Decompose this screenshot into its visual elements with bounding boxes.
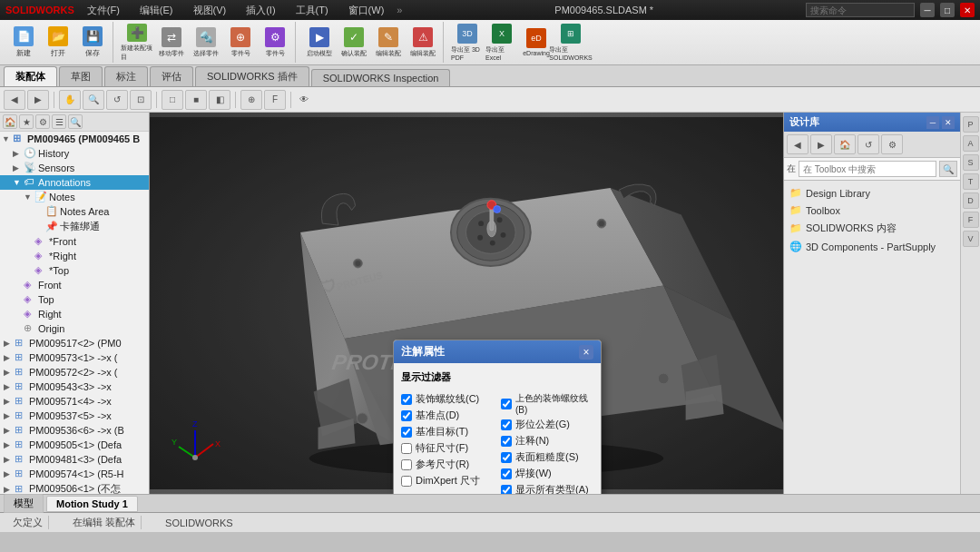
move-component-button[interactable]: ⇄ 移动零件: [155, 24, 188, 62]
annotation-close-button[interactable]: ×: [579, 345, 593, 360]
t2-zoom[interactable]: 🔍: [83, 90, 104, 110]
tree-item-sensors[interactable]: ▶ 📡 Sensors: [0, 161, 149, 175]
tree-item-right-star[interactable]: ▶ ◈ *Right: [0, 249, 149, 263]
rp-item-sw-content[interactable]: 📁 SOLIDWORKS 内容: [786, 219, 958, 238]
strip-btn-3[interactable]: S: [963, 154, 979, 171]
btab-model[interactable]: 模型: [4, 494, 44, 513]
t2-view-front[interactable]: F: [264, 90, 286, 110]
tree-item-p6[interactable]: ▶ ⊞ PM009537<5> ->x: [0, 409, 149, 423]
rp-btn-forward[interactable]: ▶: [810, 134, 832, 154]
tree-item-p9[interactable]: ▶ ⊞ PM009481<3> (Defa: [0, 452, 149, 467]
tree-item-p2[interactable]: ▶ ⊞ PM009573<1> ->x (: [0, 350, 149, 365]
confirm-button[interactable]: ✓ 确认装配: [338, 24, 370, 62]
tree-item-top-star[interactable]: ▶ ◈ *Top: [0, 263, 149, 278]
editor-button[interactable]: ✎ 编辑装配: [372, 24, 405, 62]
rp-btn-home[interactable]: 🏠: [834, 134, 856, 154]
excel-button[interactable]: X 导出至 Excel: [485, 24, 518, 62]
3d-viewport[interactable]: PROTEUS 🛡 PROTEUS X Y Z: [150, 113, 783, 494]
t2-standard-views[interactable]: ⊕: [240, 90, 262, 110]
cb-ref-dim[interactable]: [401, 459, 412, 470]
tab-sketch[interactable]: 草图: [59, 66, 103, 86]
tree-item-p1[interactable]: ▶ ⊞ PM009517<2> (PM0: [0, 336, 149, 350]
inspection-button[interactable]: ⊞ 导出至 SOLIDWORKS: [554, 24, 587, 62]
menu-tools[interactable]: 工具(T): [289, 2, 336, 19]
save-button[interactable]: 💾 保存: [76, 24, 109, 62]
menu-view[interactable]: 视图(V): [186, 2, 234, 19]
design-library-search[interactable]: [799, 161, 936, 177]
check-button[interactable]: ⚠ 编辑装配: [407, 24, 439, 62]
tree-item-annotations[interactable]: ▼ 🏷 Annotations: [0, 175, 149, 190]
simulate-button[interactable]: ▶ 启动模型: [303, 24, 336, 62]
t2-wireframe[interactable]: □: [162, 90, 183, 110]
tree-icon-4[interactable]: ☰: [52, 114, 66, 129]
right-panel-minimize[interactable]: ─: [926, 116, 939, 129]
edrawing-button[interactable]: eD eDrawing: [520, 24, 553, 62]
tree-item-p3[interactable]: ▶ ⊞ PM009572<2> ->x (: [0, 365, 149, 380]
tree-item-p8[interactable]: ▶ ⊞ PM009505<1> (Defa: [0, 438, 149, 452]
tab-annotation[interactable]: 标注: [104, 66, 148, 86]
cb-colored-thread[interactable]: [501, 399, 512, 409]
cb-gd-t[interactable]: [501, 419, 512, 430]
tree-item-notesarea[interactable]: ▶ 📋 Notes Area: [0, 204, 149, 219]
new-button[interactable]: 📄 新建: [7, 24, 40, 62]
strip-btn-7[interactable]: V: [963, 231, 979, 247]
strip-btn-1[interactable]: P: [963, 116, 979, 133]
export3d-button[interactable]: 3D 导出至 3D PDF: [451, 24, 484, 62]
strip-btn-6[interactable]: F: [963, 212, 979, 228]
tab-assembly[interactable]: 装配体: [4, 66, 57, 86]
rp-item-design-library[interactable]: 📁 Design Library: [786, 184, 958, 202]
tree-icon-1[interactable]: 🏠: [3, 114, 17, 129]
cb-thread[interactable]: [401, 394, 412, 405]
tab-evaluate[interactable]: 评估: [150, 66, 193, 86]
tree-item-p11[interactable]: ▶ ⊞ PM009506<1> (不怎: [0, 481, 149, 494]
cb-feature-dim[interactable]: [401, 443, 412, 454]
open-button[interactable]: 📂 打开: [42, 24, 74, 62]
menu-insert[interactable]: 插入(I): [239, 2, 282, 19]
btab-motion-study[interactable]: Motion Study 1: [46, 496, 138, 512]
tree-icon-5[interactable]: 🔍: [68, 114, 83, 129]
cb-weld[interactable]: [501, 468, 512, 479]
t2-shaded[interactable]: ■: [185, 90, 207, 110]
rp-btn-refresh[interactable]: ↺: [858, 134, 879, 154]
t2-btn-1[interactable]: ◀: [4, 90, 25, 110]
tree-root[interactable]: ▼ ⊞ PM009465 (PM009465 B: [0, 132, 149, 146]
tree-item-top[interactable]: ▶ ◈ Top: [0, 292, 149, 307]
menu-file[interactable]: 文件(F): [80, 2, 127, 19]
t2-rotate[interactable]: ↺: [106, 90, 128, 110]
cb-show-all[interactable]: [501, 485, 512, 495]
tree-item-front[interactable]: ▶ ◈ Front: [0, 278, 149, 292]
cb-datum-target[interactable]: [401, 427, 412, 438]
tree-icon-3[interactable]: ⚙: [35, 114, 50, 129]
strip-btn-2[interactable]: A: [963, 135, 979, 152]
menu-window[interactable]: 窗口(W): [341, 2, 392, 19]
add-component-button[interactable]: ➕ 新建装配项目: [121, 24, 153, 62]
minimize-button[interactable]: ─: [920, 3, 935, 17]
rp-btn-back[interactable]: ◀: [787, 134, 808, 154]
tree-item-front-star[interactable]: ▶ ◈ *Front: [0, 234, 149, 249]
rp-item-toolbox[interactable]: 📁 Toolbox: [786, 202, 958, 219]
tree-item-right[interactable]: ▶ ◈ Right: [0, 307, 149, 321]
menu-edit[interactable]: 编辑(E): [132, 2, 181, 19]
close-button[interactable]: ✕: [960, 3, 975, 17]
maximize-button[interactable]: □: [940, 3, 955, 17]
tree-item-note1[interactable]: ▶ 📌 卡箍绑通: [0, 219, 149, 234]
strip-btn-4[interactable]: T: [963, 173, 979, 190]
rp-item-3d-components[interactable]: 🌐 3D Components - PartSupply: [786, 238, 958, 255]
tab-solidworks-plugins[interactable]: SOLIDWORKS 插件: [195, 66, 309, 86]
tree-item-notes[interactable]: ▼ 📝 Notes: [0, 190, 149, 204]
tree-icon-2[interactable]: ★: [19, 114, 34, 129]
search-input[interactable]: [806, 3, 915, 17]
tree-item-p4[interactable]: ▶ ⊞ PM009543<3> ->x: [0, 380, 149, 394]
cb-dimxpert[interactable]: [401, 476, 412, 487]
cb-surface[interactable]: [501, 452, 512, 463]
t2-section[interactable]: ◧: [209, 90, 230, 110]
strip-btn-5[interactable]: D: [963, 192, 979, 209]
tab-inspection[interactable]: SOLIDWORKS Inspection: [311, 69, 451, 86]
assembly-button[interactable]: ⚙ 零件号: [259, 24, 291, 62]
tree-item-p10[interactable]: ▶ ⊞ PM009574<1> (R5-H: [0, 467, 149, 481]
t2-btn-2[interactable]: ▶: [27, 90, 49, 110]
smart-fastener-button[interactable]: 🔩 选择零件: [190, 24, 222, 62]
tree-item-p7[interactable]: ▶ ⊞ PM009536<6> ->x (B: [0, 423, 149, 438]
tree-item-history[interactable]: ▶ 🕒 History: [0, 146, 149, 161]
search-go-button[interactable]: 🔍: [939, 161, 957, 177]
